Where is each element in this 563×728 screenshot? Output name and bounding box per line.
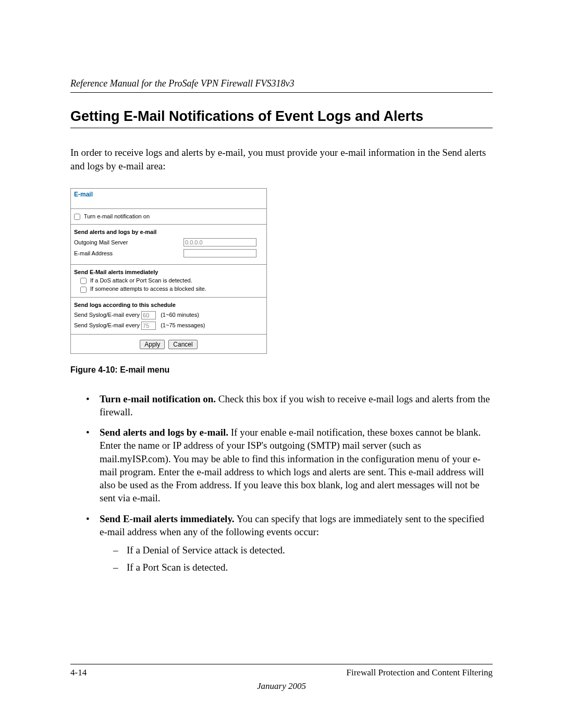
footer-page-number: 4-14: [70, 668, 87, 678]
turn-on-row[interactable]: Turn e-mail notification on: [74, 213, 150, 219]
bullet-3-sub2: If a Port Scan is detected.: [113, 561, 493, 574]
schedule-messages-input[interactable]: [141, 322, 156, 330]
body-bullet-list: Turn e-mail notification on. Check this …: [86, 392, 493, 574]
header-rule: [70, 92, 493, 93]
schedule-minutes-input[interactable]: [141, 311, 156, 319]
title-rule: [70, 128, 493, 128]
email-panel: E-mail Turn e-mail notification on Send …: [70, 188, 267, 353]
apply-button[interactable]: Apply: [140, 340, 165, 349]
bullet-2-rest: If your enable e-mail notification, thes…: [100, 427, 484, 503]
bullet-3-sub1: If a Denial of Service attack is detecte…: [113, 544, 493, 557]
immediate-heading: Send E-Mail alerts immediately: [74, 269, 263, 275]
mail-server-input[interactable]: [183, 238, 256, 246]
bullet-2-bold: Send alerts and logs by e-mail.: [100, 427, 228, 438]
panel-section-send: Send alerts and logs by e-mail Outgoing …: [71, 225, 266, 264]
schedule-row2-prefix: Send Syslog/E-mail every: [74, 322, 140, 328]
footer: 4-14 Firewall Protection and Content Fil…: [70, 664, 493, 692]
panel-button-row: Apply Cancel: [71, 334, 266, 353]
bullet-1: Turn e-mail notification on. Check this …: [86, 392, 493, 419]
bullet-1-bold: Turn e-mail notification on.: [100, 393, 216, 404]
immediate-opt1-label: If a DoS attack or Port Scan is detected…: [90, 277, 192, 283]
intro-paragraph: In order to receive logs and alerts by e…: [70, 146, 493, 172]
mail-server-label: Outgoing Mail Server: [74, 239, 183, 245]
footer-date: January 2005: [70, 681, 493, 692]
panel-section-enable: Turn e-mail notification on: [71, 209, 266, 224]
send-heading: Send alerts and logs by e-mail: [74, 229, 263, 235]
schedule-heading: Send logs according to this schedule: [74, 302, 263, 308]
immediate-opt1-checkbox[interactable]: [80, 278, 87, 284]
footer-chapter: Firewall Protection and Content Filterin…: [347, 668, 493, 678]
panel-section-immediate: Send E-Mail alerts immediately If a DoS …: [71, 265, 266, 297]
bullet-3-sublist: If a Denial of Service attack is detecte…: [113, 544, 493, 574]
bullet-3: Send E-mail alerts immediately. You can …: [86, 512, 493, 574]
email-address-input[interactable]: [183, 249, 256, 257]
cancel-button[interactable]: Cancel: [168, 340, 197, 349]
email-address-label: E-mail Address: [74, 250, 183, 256]
footer-rule: [70, 664, 493, 664]
turn-on-checkbox[interactable]: [74, 214, 80, 220]
immediate-opt2-row[interactable]: If someone attempts to access a blocked …: [80, 286, 206, 292]
immediate-opt2-checkbox[interactable]: [80, 287, 87, 293]
immediate-opt2-label: If someone attempts to access a blocked …: [90, 286, 206, 292]
schedule-row1-suffix: (1~60 minutes): [161, 311, 199, 317]
figure-caption: Figure 4-10: E-mail menu: [70, 365, 493, 375]
bullet-3-bold: Send E-mail alerts immediately.: [100, 513, 235, 524]
section-title: Getting E-Mail Notifications of Event Lo…: [70, 108, 493, 125]
running-header: Reference Manual for the ProSafe VPN Fir…: [70, 78, 493, 89]
schedule-row1-prefix: Send Syslog/E-mail every: [74, 311, 140, 317]
panel-section-schedule: Send logs according to this schedule Sen…: [71, 298, 266, 334]
panel-title: E-mail: [71, 189, 266, 209]
turn-on-label: Turn e-mail notification on: [84, 213, 150, 219]
bullet-2: Send alerts and logs by e-mail. If your …: [86, 426, 493, 505]
immediate-opt1-row[interactable]: If a DoS attack or Port Scan is detected…: [80, 277, 192, 283]
schedule-row2-suffix: (1~75 messages): [161, 322, 205, 328]
